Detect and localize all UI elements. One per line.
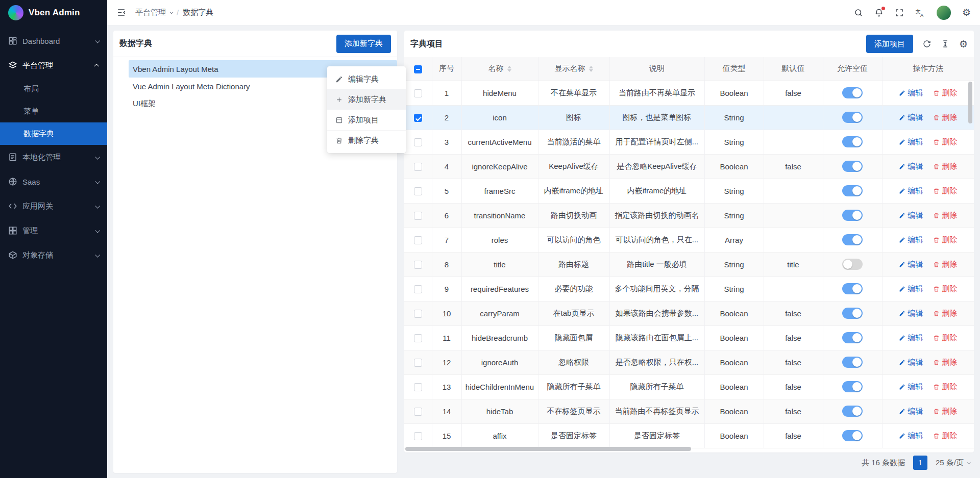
edit-button[interactable]: 编辑: [899, 284, 923, 294]
fullscreen-icon[interactable]: [895, 8, 904, 17]
edit-button[interactable]: 编辑: [899, 333, 923, 343]
sidebar-item-platform[interactable]: 平台管理: [0, 53, 107, 78]
row-checkbox[interactable]: [414, 310, 422, 318]
nullable-toggle[interactable]: [842, 112, 863, 123]
column-header-display-name[interactable]: 显示名称: [538, 57, 609, 81]
edit-button[interactable]: 编辑: [899, 431, 923, 441]
nullable-toggle[interactable]: [842, 210, 863, 221]
logo[interactable]: Vben Admin: [0, 0, 107, 26]
delete-button[interactable]: 删除: [933, 284, 957, 294]
delete-button[interactable]: 删除: [933, 211, 957, 220]
sidebar-item-gateway[interactable]: 应用网关: [0, 194, 107, 218]
row-checkbox[interactable]: [414, 432, 422, 440]
row-checkbox[interactable]: [414, 187, 422, 195]
context-menu-add-item[interactable]: 添加项目: [327, 110, 406, 130]
row-checkbox[interactable]: [414, 114, 422, 122]
row-checkbox[interactable]: [414, 261, 422, 269]
horizontal-scrollbar-thumb[interactable]: [405, 447, 691, 451]
sort-icon[interactable]: [507, 66, 511, 72]
delete-button[interactable]: 删除: [933, 113, 957, 122]
avatar[interactable]: [937, 6, 951, 20]
pagination-page-1[interactable]: 1: [913, 456, 927, 470]
select-all-checkbox[interactable]: [414, 65, 422, 73]
edit-button[interactable]: 编辑: [899, 382, 923, 392]
edit-button[interactable]: 编辑: [899, 309, 923, 318]
vertical-scrollbar-thumb[interactable]: [968, 82, 972, 123]
row-checkbox[interactable]: [414, 236, 422, 244]
cell-display-name: 可以访问的角色: [538, 228, 609, 252]
sort-icon[interactable]: [589, 66, 593, 72]
row-checkbox[interactable]: [414, 383, 422, 391]
edit-button[interactable]: 编辑: [899, 407, 923, 416]
nullable-toggle[interactable]: [842, 332, 863, 343]
nullable-toggle[interactable]: [842, 185, 863, 196]
page-size-select[interactable]: 25 条/页: [936, 458, 970, 468]
edit-button[interactable]: 编辑: [899, 88, 923, 98]
nullable-toggle[interactable]: [842, 283, 863, 294]
delete-button[interactable]: 删除: [933, 431, 957, 441]
nullable-toggle[interactable]: [842, 234, 863, 245]
sidebar-item-dashboard[interactable]: Dashboard: [0, 29, 107, 53]
delete-button[interactable]: 删除: [933, 260, 957, 269]
delete-button[interactable]: 删除: [933, 407, 957, 416]
nullable-toggle[interactable]: [842, 161, 863, 172]
menu-fold-icon[interactable]: [116, 8, 126, 17]
edit-button[interactable]: 编辑: [899, 162, 923, 171]
sidebar-item-layout[interactable]: 布局: [0, 78, 107, 100]
delete-button[interactable]: 删除: [933, 137, 957, 147]
edit-button[interactable]: 编辑: [899, 113, 923, 122]
nullable-toggle[interactable]: [842, 136, 863, 147]
row-checkbox[interactable]: [414, 163, 422, 171]
table-row: 13 hideChildrenInMenu 隐藏所有子菜单 隐藏所有子菜单 Bo…: [404, 374, 974, 399]
row-checkbox[interactable]: [414, 334, 422, 342]
breadcrumb-parent[interactable]: 平台管理: [135, 8, 166, 17]
search-icon[interactable]: [854, 8, 863, 17]
sidebar-item-saas[interactable]: Saas: [0, 169, 107, 194]
column-header-name[interactable]: 名称: [461, 57, 538, 81]
edit-button[interactable]: 编辑: [899, 358, 923, 367]
sidebar-item-menu[interactable]: 菜单: [0, 100, 107, 122]
nullable-toggle[interactable]: [842, 357, 863, 368]
row-checkbox[interactable]: [414, 359, 422, 367]
context-menu-edit-dictionary[interactable]: 编辑字典: [327, 69, 406, 89]
delete-button[interactable]: 删除: [933, 382, 957, 392]
sidebar-item-object-storage[interactable]: 对象存储: [0, 243, 107, 267]
sidebar-item-manage[interactable]: 管理: [0, 218, 107, 243]
add-item-button[interactable]: 添加项目: [866, 35, 913, 53]
delete-button[interactable]: 删除: [933, 358, 957, 367]
language-icon[interactable]: 文A: [915, 8, 925, 18]
nullable-toggle[interactable]: [842, 406, 863, 417]
row-checkbox[interactable]: [414, 285, 422, 293]
delete-button[interactable]: 删除: [933, 186, 957, 196]
row-checkbox[interactable]: [414, 89, 422, 97]
delete-button[interactable]: 删除: [933, 309, 957, 318]
context-menu-add-dictionary[interactable]: 添加新字典: [327, 89, 406, 110]
nullable-toggle[interactable]: [842, 430, 863, 441]
nullable-toggle[interactable]: [842, 87, 863, 98]
delete-button[interactable]: 删除: [933, 333, 957, 343]
edit-button[interactable]: 编辑: [899, 137, 923, 147]
delete-button[interactable]: 删除: [933, 88, 957, 98]
settings-gear-icon[interactable]: ⚙: [962, 8, 971, 17]
nullable-toggle[interactable]: [842, 308, 863, 319]
row-height-icon[interactable]: [941, 39, 950, 48]
sidebar-item-data-dictionary[interactable]: 数据字典: [0, 122, 107, 145]
delete-label: 删除: [942, 137, 957, 147]
edit-button[interactable]: 编辑: [899, 260, 923, 269]
nullable-toggle[interactable]: [842, 381, 863, 392]
edit-button[interactable]: 编辑: [899, 211, 923, 220]
edit-button[interactable]: 编辑: [899, 186, 923, 196]
delete-button[interactable]: 删除: [933, 235, 957, 245]
row-checkbox[interactable]: [414, 212, 422, 220]
sidebar-item-localization[interactable]: 本地化管理: [0, 145, 107, 169]
nullable-toggle[interactable]: [842, 259, 863, 270]
row-checkbox[interactable]: [414, 408, 422, 416]
row-checkbox[interactable]: [414, 138, 422, 146]
refresh-icon[interactable]: [922, 39, 932, 48]
context-menu-delete-dictionary[interactable]: 删除字典: [327, 130, 406, 150]
add-dictionary-button[interactable]: 添加新字典: [336, 35, 391, 53]
notification-button[interactable]: [874, 8, 884, 17]
edit-button[interactable]: 编辑: [899, 235, 923, 245]
delete-button[interactable]: 删除: [933, 162, 957, 171]
table-settings-gear-icon[interactable]: ⚙: [959, 39, 968, 49]
